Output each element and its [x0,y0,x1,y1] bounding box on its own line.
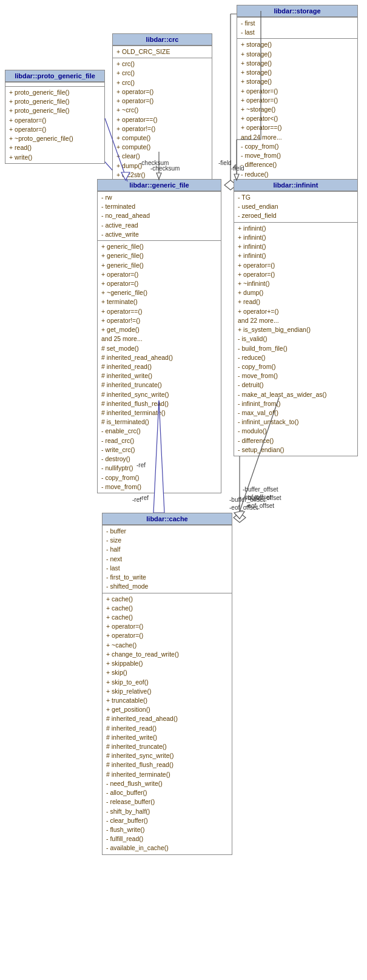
method: - detruit() [238,380,354,390]
method: + terminate() [101,297,217,306]
class-crc-title: libdar::crc [113,34,212,46]
attr: - shifted_mode [106,582,228,591]
method: - enable_crc() [101,427,217,436]
method: + proto_generic_file() [9,97,101,106]
checksum-connector-label: -checksum [150,165,180,172]
method: - copy_from() [241,142,354,151]
method: + crc() [116,78,208,87]
method: - shift_by_half() [106,807,228,816]
method: + operator<() [241,114,354,123]
method: + dump() [238,288,354,297]
method: # inherited_truncate() [106,742,228,751]
class-proto-generic-file-methods: + proto_generic_file() + proto_generic_f… [5,86,104,163]
method: + operator==() [101,307,217,316]
attr: - TG [238,193,354,202]
method: # inherited_flush_read() [106,760,228,769]
attr: - active_write [101,230,217,239]
class-crc-methods: + crc() + crc() + crc() + operator=() + … [113,58,212,199]
method: # inherited_truncate() [101,380,217,390]
method: - modulo() [238,427,354,436]
method: # inherited_write() [101,371,217,380]
method: + cache() [106,604,228,613]
method: + generic_file() [101,261,217,270]
class-infinint-attrs: - TG - used_endian - zeroed_field [234,191,357,222]
method: - infinint_from() [238,399,354,408]
method: + ~infinint() [238,279,354,288]
method: + ~proto_generic_file() [9,134,101,143]
method: + operator=() [238,270,354,279]
method: + storage() [241,68,354,77]
method: + crc() [116,69,208,78]
method: + proto_generic_file() [9,106,101,115]
method: # set_mode() [101,344,217,353]
method: + operator==() [241,123,354,132]
method: and 22 more... [238,316,354,325]
method: - difference() [241,160,354,169]
method: + storage() [241,77,354,86]
method: + skip_relative() [106,687,228,696]
method: + write() [9,153,101,162]
method: + skip() [106,668,228,677]
attr: - size [106,536,228,545]
class-proto-generic-file-title: libdar::proto_generic_file [5,70,104,82]
attr: - used_endian [238,202,354,211]
method: # inherited_read_ahead() [106,714,228,723]
method: + get_position() [106,705,228,714]
method: + storage() [241,59,354,68]
method: - reduce() [238,353,354,362]
method: - read_crc() [101,436,217,445]
method: - write_crc() [101,445,217,455]
method: + clear() [116,152,208,161]
method: - clear_buffer() [106,816,228,825]
method: + ~crc() [116,106,208,115]
class-cache-methods: + cache() + cache() + cache() + operator… [103,593,232,854]
svg-marker-9 [234,513,246,522]
svg-text:-field: -field [218,160,232,166]
attr: - rw [101,193,217,202]
class-storage-title: libdar::storage [237,5,357,17]
method: - destroy() [101,455,217,464]
attr: - half [106,545,228,554]
class-generic-file: libdar::generic_file - rw - terminated -… [97,179,221,493]
method: # inherited_flush_read() [101,399,217,408]
method: - flush_write() [106,825,228,834]
class-storage-attrs: - first - last [237,17,357,38]
method: + read() [238,297,354,306]
attr: - no_read_ahead [101,211,217,220]
class-cache-title: libdar::cache [103,513,232,525]
method: + infinint() [238,224,354,233]
method: + generic_file() [101,242,217,251]
field-connector-label: -field [231,165,244,172]
method: - setup_endian() [238,445,354,455]
method: + operator=() [241,87,354,96]
class-infinint: libdar::infinint - TG - used_endian - ze… [234,179,358,456]
method: - release_buffer() [106,797,228,806]
class-infinint-title: libdar::infinint [234,180,357,191]
method: - need_flush_write() [106,779,228,788]
class-proto-generic-file: libdar::proto_generic_file + proto_gener… [5,70,105,164]
method: + proto_generic_file() [9,88,101,97]
method: # inherited_sync_write() [106,751,228,760]
method: + cache() [106,595,228,604]
method: + read() [9,143,101,152]
method: + crc() [116,59,208,69]
method: - make_at_least_as_wider_as() [238,390,354,399]
method: + storage() [241,50,354,59]
attr: - last [106,564,228,573]
method: + operator!=() [116,124,208,133]
method: - nullifyptr() [101,464,217,473]
method: - difference() [238,436,354,445]
method: + operator=() [9,125,101,134]
method: + operator=() [238,261,354,270]
class-proto-generic-file-attrs [5,82,104,86]
eof-offset-connector-label: -eof_offset [229,504,258,511]
method: + operator!=() [101,316,217,325]
attr: - zeroed_field [238,211,354,220]
method: # inherited_terminate() [106,770,228,779]
class-generic-file-title: libdar::generic_file [98,180,221,191]
method: + infinint() [238,242,354,251]
class-crc: libdar::crc + OLD_CRC_SIZE + crc() + crc… [112,33,212,200]
method: + operator=() [101,270,217,279]
method: # is_terminated() [101,417,217,427]
method: + infinint() [238,233,354,242]
